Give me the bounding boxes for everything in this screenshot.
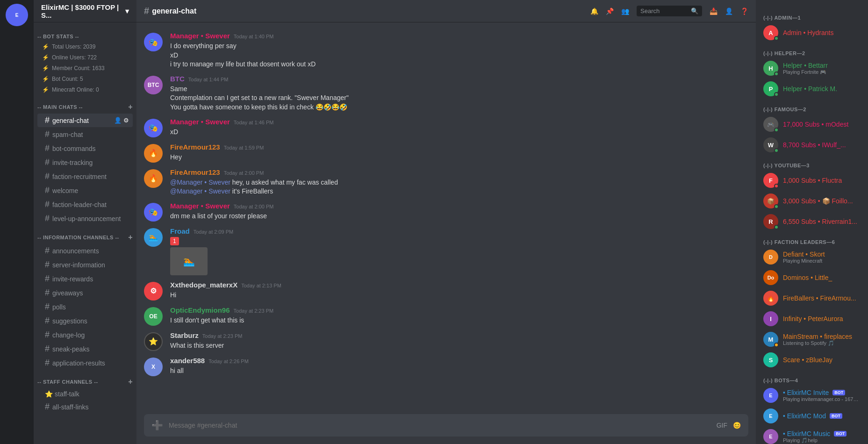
channel-item-application-results[interactable]: # application-results [37,356,133,370]
chat-input-container[interactable]: ➕ GIF 😊 [144,414,748,437]
channel-item-suggestions[interactable]: # suggestions [37,314,133,328]
message-content: OpticEndymion96 Today at 2:23 PM I still… [170,306,748,326]
message-text: Contemplation can I get set to a new ran… [170,93,748,103]
help-icon[interactable]: ❓ [740,7,748,15]
message-header: Xxthedope_materxX Today at 2:13 PM [170,281,748,289]
member-info: • ElixirMC Invite BOT Playing invitemana… [783,389,861,402]
hash-icon: # [45,358,50,368]
message-timestamp: Today at 2:23 PM [234,308,274,314]
channel-item-change-log[interactable]: # change-log [37,328,133,342]
message-text: hi all [170,366,748,376]
member-info: Infinity • PeterAurora [783,315,861,322]
member-item-fireballers[interactable]: 🔥 FireBallers • FireArmou... [760,288,864,308]
server-icon-bar: E [0,0,34,444]
channel-item-bot-commands[interactable]: # bot-commands [37,142,133,155]
member-item-elixirmc-invite[interactable]: E • ElixirMC Invite BOT Playing invitema… [760,385,864,406]
channel-item-general-chat[interactable]: # general-chat 👤 ⚙ [37,114,133,127]
avatar: M [763,332,778,347]
member-item-bettarr[interactable]: H Helper • Bettarr Playing Fortnite 🎮 [760,58,864,79]
hash-icon: # [45,246,50,256]
chat-area: # general-chat 🔔 📌 👥 Search 🔍 📥 👤 ❓ 🎭 Ma… [136,0,756,444]
member-item-fluctra[interactable]: F 1,000 Subs • Fluctra [760,170,864,191]
message-timestamp: Today at 1:59 PM [224,145,264,150]
add-channel-icon[interactable]: + [128,103,133,111]
add-channel-icon[interactable]: + [128,378,133,386]
member-name: Scare • zBlueJay [783,356,861,364]
channel-item-announcements[interactable]: # announcements [37,244,133,258]
channel-item-welcome[interactable]: # welcome [37,184,133,197]
hash-icon: # [45,172,50,181]
pin-icon[interactable]: 📌 [606,7,614,15]
staff-channels-category[interactable]: -- STAFF CHANNELS -- + [34,370,136,388]
channel-item-level-up[interactable]: # level-up-announcement [37,212,133,225]
member-item-patrick[interactable]: P Helper • Patrick M. [760,79,864,99]
message-timestamp: Today at 2:00 PM [234,204,274,209]
member-item-iwulf[interactable]: W 8,700 Subs • IWulf_... [760,135,864,155]
main-chats-category[interactable]: -- MAIN CHATS -- + [34,95,136,113]
message-timestamp: Today at 1:44 PM [188,77,229,82]
server-icon[interactable]: E [6,4,28,26]
avatar: 🎭 [144,33,163,51]
member-item-foillo[interactable]: 📦 3,000 Subs • 📦 Foillo... [760,191,864,211]
bell-icon[interactable]: 🔔 [590,7,598,15]
channel-item-polls[interactable]: # polls [37,300,133,314]
member-name: Defiant • Skort [783,251,861,258]
chat-input[interactable] [169,422,711,429]
channel-item-server-info[interactable]: # server-information [37,258,133,272]
hash-icon: # [144,6,149,16]
plus-icon[interactable]: ➕ [151,420,163,431]
member-name: Admin • Hydrants [783,29,861,36]
channel-item-spam-chat[interactable]: # spam-chat [37,128,133,141]
message-content: BTC Today at 1:44 PM Same Contemplation … [170,75,748,112]
settings-icon[interactable]: ⚙ [123,117,129,124]
add-channel-icon[interactable]: + [128,233,133,242]
member-item-scare[interactable]: S Scare • zBlueJay [760,350,864,370]
member-activity: Playing invitemanager.co - 16726 s... [783,396,861,402]
channel-item-faction-leader-chat[interactable]: # faction-leader-chat [37,198,133,211]
gif-icon[interactable]: GIF [717,422,727,429]
avatar: S [763,352,778,367]
members-icon[interactable]: 👥 [621,7,629,15]
channel-item-invite-tracking[interactable]: # invite-tracking [37,156,133,169]
member-item-elixirmc-mod[interactable]: E • ElixirMC Mod BOT [760,406,864,426]
avatar: P [763,81,778,96]
stat-online-users: ⚡ Online Users: 722 [37,52,133,63]
emoji-icon[interactable]: 😊 [733,422,741,429]
message-author: FireArmour123 [170,143,220,151]
channel-item-giveaways[interactable]: # giveaways [37,286,133,300]
hash-icon: # [45,302,50,312]
member-item-elixirmc-music[interactable]: E • ElixirMC Music BOT Playing 🎵help [760,426,864,444]
member-info: • ElixirMC Music BOT Playing 🎵help [783,430,861,444]
message-author: Manager • Swever [170,32,230,40]
channel-item-faction-recruitment[interactable]: # faction-recruitment [37,170,133,183]
bot-badge: BOT [834,431,846,437]
member-name: MainStream • fireplaces [783,333,861,340]
member-item-dominos[interactable]: Do Dominos • Little_ [760,267,864,288]
message-group: ⚙ Xxthedope_materxX Today at 2:13 PM Hi [136,279,756,302]
inbox-icon[interactable]: 📥 [710,7,717,15]
server-header[interactable]: ElixirMC | $3000 FTOP | S... ▾ [34,0,136,22]
channel-item-invite-rewards[interactable]: # invite-rewards [37,272,133,286]
info-channels-category[interactable]: -- INFORMATION CHANNELS -- + [34,226,136,243]
search-placeholder: Search [640,7,660,14]
member-category-admin: (-|-) ADMIN—1 [760,7,864,22]
member-category-bots: (-|-) BOTS—4 [760,370,864,385]
avatar: ⚙ [144,282,163,301]
manage-members-icon[interactable]: 👤 [114,117,122,124]
member-name: • ElixirMC Invite BOT [783,389,861,396]
member-item-skort[interactable]: D Defiant • Skort Playing Minecraft [760,247,864,267]
server-name: ElixirMC | $3000 FTOP | S... [41,3,125,19]
member-item-mainstream[interactable]: M MainStream • fireplaces Listening to S… [760,329,864,350]
profile-icon[interactable]: 👤 [725,7,733,15]
member-item-riverrain[interactable]: R 6,550 Subs • Riverrain1... [760,211,864,232]
avatar: 🎭 [144,119,163,137]
member-item-infinity[interactable]: I Infinity • PeterAurora [760,308,864,329]
channel-item-staff-talk[interactable]: ⭐ staff-talk [37,388,133,400]
member-item-hydrants[interactable]: A Admin • Hydrants [760,22,864,43]
channel-item-sneak-peaks[interactable]: # sneak-peaks [37,342,133,356]
channel-item-all-staff-links[interactable]: # all-staff-links [37,400,133,414]
search-box[interactable]: Search 🔍 [637,6,702,16]
member-info: 6,550 Subs • Riverrain1... [783,218,861,225]
member-item-modest[interactable]: 🎮 17,000 Subs • mOdest [760,114,864,135]
hash-icon: # [45,200,50,209]
